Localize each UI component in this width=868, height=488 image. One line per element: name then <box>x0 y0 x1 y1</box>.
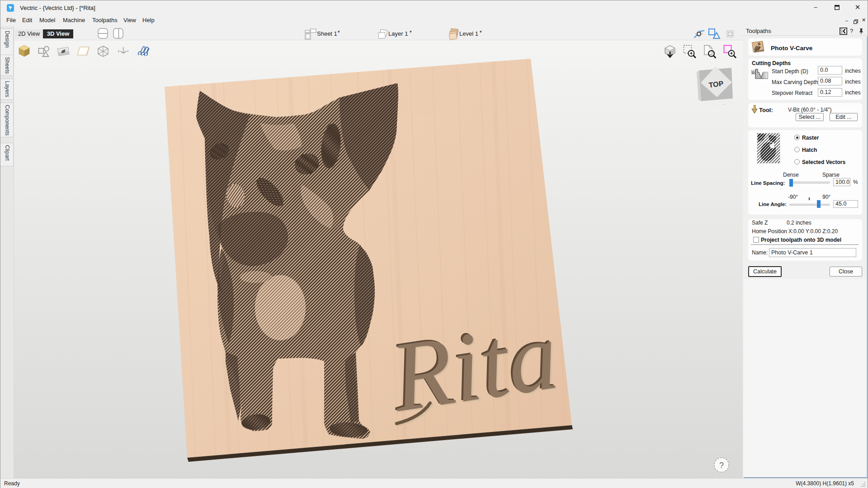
svg-text:y: y <box>118 49 120 53</box>
svg-text:x: x <box>127 49 129 52</box>
svg-text:?: ? <box>719 461 724 470</box>
svg-text:D: D <box>752 70 755 75</box>
